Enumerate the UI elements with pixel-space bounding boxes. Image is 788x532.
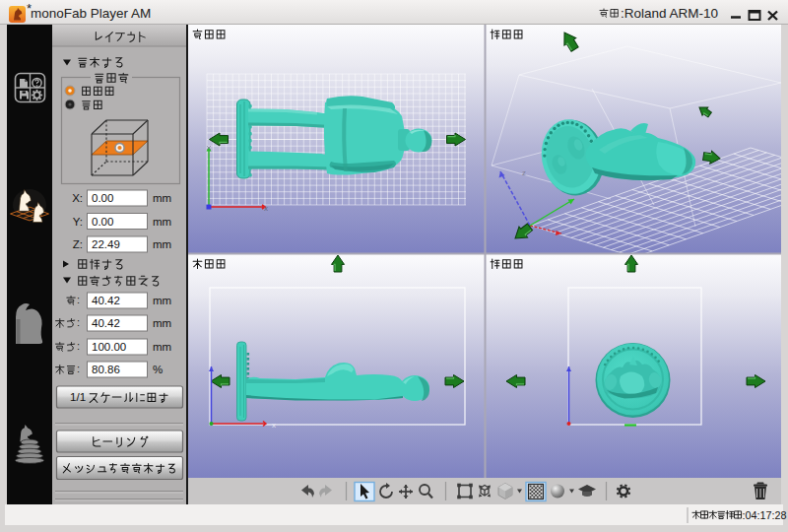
svg-text:0.00: 0.00 [92, 192, 113, 204]
svg-text:mm: mm [153, 216, 171, 228]
svg-text:1/1: 1/1 [70, 390, 86, 403]
svg-text::: : [77, 316, 80, 328]
svg-text:x: x [272, 421, 276, 430]
svg-text:0.00: 0.00 [92, 216, 113, 228]
svg-text:%: % [153, 364, 163, 375]
svg-text:Y:: Y: [73, 216, 83, 228]
svg-text:mm: mm [153, 192, 171, 204]
svg-text:40.42: 40.42 [92, 295, 120, 306]
svg-text:x: x [264, 204, 268, 213]
svg-text:mm: mm [153, 341, 171, 353]
svg-text:mm: mm [153, 317, 171, 329]
svg-text::Roland ARM-10: :Roland ARM-10 [621, 6, 718, 21]
svg-text:z: z [522, 168, 526, 177]
svg-text::04:17:28: :04:17:28 [743, 509, 787, 521]
svg-text:monoFab Player AM: monoFab Player AM [31, 6, 151, 21]
svg-text::: : [77, 340, 80, 352]
svg-text:mm: mm [153, 238, 171, 250]
svg-text:22.49: 22.49 [92, 238, 120, 250]
svg-text:40.42: 40.42 [92, 317, 120, 329]
svg-text:mm: mm [153, 295, 171, 306]
svg-text::: : [77, 294, 80, 305]
svg-text:Z:: Z: [73, 238, 83, 250]
svg-text:X:: X: [72, 192, 83, 204]
svg-text:100.00: 100.00 [92, 341, 126, 353]
svg-text::: : [77, 363, 80, 374]
svg-text:80.86: 80.86 [92, 364, 120, 375]
